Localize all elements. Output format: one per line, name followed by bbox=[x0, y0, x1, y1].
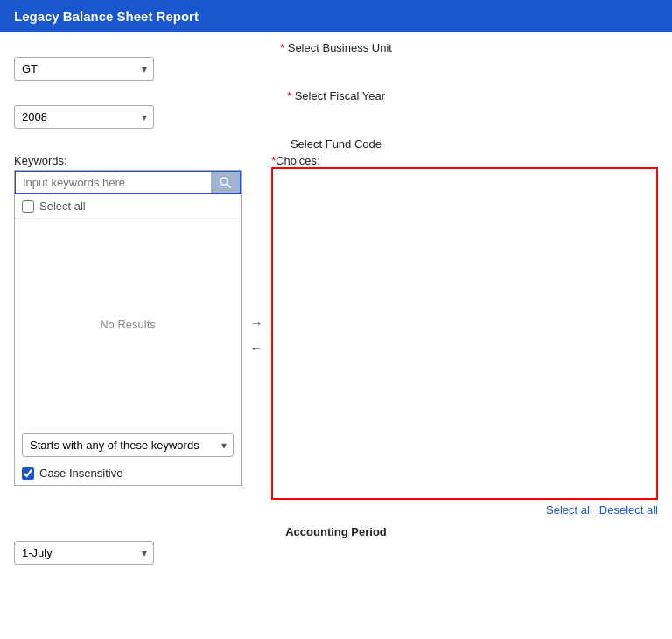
left-panel-container: Select all No Results Starts with any of… bbox=[14, 170, 242, 486]
page-header: Legacy Balance Sheet Report bbox=[0, 0, 672, 32]
arrow-right-button[interactable]: → bbox=[247, 313, 267, 332]
deselect-all-choices-link[interactable]: Deselect all bbox=[599, 503, 658, 516]
fiscal-year-group: * Select Fiscal Year 2008 2009 2010 bbox=[14, 89, 658, 129]
list-area: No Results bbox=[15, 219, 241, 429]
search-row bbox=[15, 171, 241, 194]
choices-right-container: * Choices: Select all Deselect all bbox=[271, 154, 658, 516]
svg-line-1 bbox=[227, 184, 230, 187]
keyword-filter-select[interactable]: Starts with any of these keywords Contai… bbox=[22, 433, 234, 457]
arrow-panel: → ← bbox=[242, 154, 271, 516]
choices-actions: Select all Deselect all bbox=[271, 503, 658, 516]
select-all-label: Select all bbox=[39, 200, 86, 213]
choices-header-row: * Choices: bbox=[271, 154, 658, 167]
business-unit-group: * Select Business Unit GT IT US bbox=[14, 41, 658, 81]
arrow-left-button[interactable]: ← bbox=[247, 339, 267, 357]
case-insensitive-row: Case Insensitive bbox=[15, 461, 241, 485]
accounting-period-label: Accounting Period bbox=[14, 525, 658, 538]
no-results-text: No Results bbox=[100, 318, 156, 331]
arrow-right-icon: → bbox=[250, 315, 263, 330]
fund-code-group: Select Fund Code Keywords: bbox=[14, 137, 658, 516]
accounting-period-select[interactable]: 1-July 2-August 3-September bbox=[14, 541, 154, 565]
choices-panel bbox=[271, 167, 658, 500]
fiscal-year-required-star: * bbox=[287, 89, 291, 102]
case-insensitive-label: Case Insensitive bbox=[39, 467, 122, 480]
search-input[interactable] bbox=[15, 171, 211, 194]
keyword-filter-row: Starts with any of these keywords Contai… bbox=[15, 429, 241, 461]
search-icon bbox=[219, 176, 232, 189]
select-all-choices-link[interactable]: Select all bbox=[546, 503, 592, 516]
page-title: Legacy Balance Sheet Report bbox=[14, 9, 199, 24]
select-all-checkbox[interactable] bbox=[22, 200, 34, 213]
accounting-period-select-wrapper: 1-July 2-August 3-September bbox=[14, 541, 154, 565]
business-unit-label: * Select Business Unit bbox=[14, 41, 658, 54]
search-button[interactable] bbox=[211, 171, 241, 194]
case-insensitive-checkbox[interactable] bbox=[22, 467, 34, 480]
choices-label: Choices: bbox=[276, 154, 320, 167]
business-unit-required-star: * bbox=[280, 41, 284, 54]
business-unit-select[interactable]: GT IT US bbox=[14, 57, 154, 81]
fiscal-year-select-wrapper: 2008 2009 2010 bbox=[14, 105, 154, 129]
filter-select-wrapper: Starts with any of these keywords Contai… bbox=[22, 433, 234, 457]
fund-code-section-label: Select Fund Code bbox=[14, 137, 658, 151]
fund-code-panels: Keywords: Select all bbox=[14, 154, 658, 516]
select-all-row: Select all bbox=[15, 194, 241, 219]
fiscal-year-select[interactable]: 2008 2009 2010 bbox=[14, 105, 154, 129]
accounting-period-group: Accounting Period 1-July 2-August 3-Sept… bbox=[14, 525, 658, 565]
svg-point-0 bbox=[220, 178, 228, 185]
keywords-label: Keywords: bbox=[14, 154, 242, 167]
business-unit-select-wrapper: GT IT US bbox=[14, 57, 154, 81]
fiscal-year-label: * Select Fiscal Year bbox=[14, 89, 658, 102]
fund-code-left-panel: Keywords: Select all bbox=[14, 154, 242, 516]
arrow-left-icon: ← bbox=[250, 341, 263, 355]
